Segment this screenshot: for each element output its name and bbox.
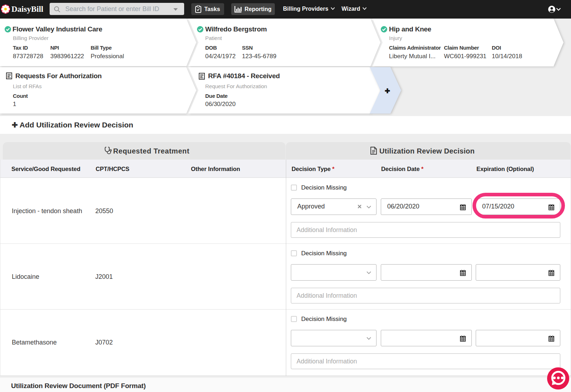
svg-text:RFA: RFA	[200, 77, 204, 79]
svg-text:RFA: RFA	[7, 77, 11, 79]
